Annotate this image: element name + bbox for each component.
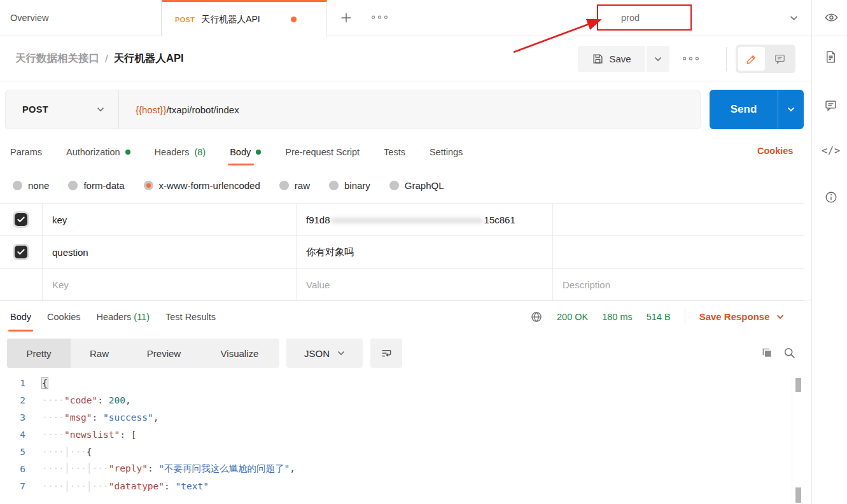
code-snippet-button[interactable]: </> <box>822 145 841 157</box>
tab-overview[interactable]: Overview <box>0 0 162 36</box>
request-header: 天行数据相关接口 / 天行机器人API Save <box>0 36 811 81</box>
view-visualize-button[interactable]: Visualize <box>200 339 279 368</box>
scrollbar-track[interactable] <box>792 374 802 504</box>
edit-mode-button[interactable] <box>738 47 765 71</box>
new-tab-button[interactable] <box>339 11 353 25</box>
code-line: 5····│···{ <box>0 443 792 460</box>
tab-label: Tests <box>384 147 405 157</box>
send-options-button[interactable] <box>778 90 804 129</box>
environment-quick-look-button[interactable] <box>824 10 839 25</box>
scrollbar-thumb[interactable] <box>795 378 801 392</box>
mode-graphql[interactable]: GraphQL <box>389 180 444 191</box>
postman-app: Overview POST 天行机器人API prod 天行数据相关接口 / 天… <box>0 0 847 504</box>
breadcrumb-collection[interactable]: 天行数据相关接口 <box>15 52 99 66</box>
more-dots-icon <box>371 15 388 20</box>
radio-icon <box>389 181 399 190</box>
tab-authorization[interactable]: Authorization <box>66 147 130 157</box>
wrap-lines-icon <box>380 347 393 360</box>
row-checkbox-cell <box>0 204 42 235</box>
right-sidebar: </> <box>811 0 847 504</box>
mode-label: none <box>28 180 49 191</box>
tab-options-button[interactable] <box>371 15 388 20</box>
tab-test-results[interactable]: Test Results <box>165 312 216 322</box>
save-button-label: Save <box>609 53 631 64</box>
tab-pre-request-script[interactable]: Pre-request Script <box>285 147 360 157</box>
tab-label: Authorization <box>66 147 120 157</box>
status-code: 200 OK <box>557 312 588 322</box>
globe-icon[interactable] <box>530 311 543 323</box>
cookies-link[interactable]: Cookies <box>757 146 793 156</box>
method-selector[interactable]: POST <box>6 90 119 129</box>
placeholder-text: Description <box>563 279 610 290</box>
response-time: 180 ms <box>602 312 633 322</box>
request-info-button[interactable] <box>824 190 838 204</box>
view-preview-button[interactable]: Preview <box>128 339 200 368</box>
comments-button[interactable] <box>824 99 837 112</box>
mode-none[interactable]: none <box>13 180 49 191</box>
environment-selector-chevron[interactable] <box>790 15 798 21</box>
language-selector[interactable]: JSON <box>286 339 363 368</box>
code-line: 4····"newslist": [ <box>0 426 792 443</box>
mode-label: form-data <box>83 180 124 191</box>
tab-tests[interactable]: Tests <box>384 147 405 157</box>
mode-label: GraphQL <box>405 180 444 191</box>
save-options-button[interactable] <box>647 46 669 72</box>
key-cell[interactable]: key <box>42 204 296 235</box>
comment-mode-button[interactable] <box>766 47 793 71</box>
checkbox-checked[interactable] <box>15 246 27 258</box>
tab-body[interactable]: Body <box>230 147 261 157</box>
breadcrumb-separator: / <box>105 53 108 65</box>
wrap-lines-button[interactable] <box>370 339 402 368</box>
tab-label: Headers <box>96 312 131 322</box>
documentation-button[interactable] <box>824 50 837 64</box>
key-cell[interactable]: question <box>42 236 296 268</box>
description-cell[interactable] <box>552 204 804 235</box>
mode-raw[interactable]: raw <box>279 180 310 191</box>
url-input[interactable]: {{host}}/txapi/robot/index <box>119 104 239 115</box>
mode-form-data[interactable]: form-data <box>68 180 124 191</box>
view-pretty-button[interactable]: Pretty <box>7 339 71 368</box>
value-cell[interactable]: f91d8xxxxxxxxxxxxxxxxxxxxxxxxxxxxxxxxxx1… <box>296 204 552 235</box>
tab-count: (11) <box>134 312 150 322</box>
send-button[interactable]: Send <box>710 90 778 129</box>
description-cell-placeholder[interactable]: Description <box>552 269 804 300</box>
tab-response-cookies[interactable]: Cookies <box>47 312 80 322</box>
line-number: 6 <box>0 464 42 474</box>
request-more-actions-button[interactable] <box>682 56 699 61</box>
tab-active-request[interactable]: POST 天行机器人API <box>162 0 327 37</box>
copy-response-button[interactable] <box>760 346 774 360</box>
radio-icon <box>279 181 289 190</box>
comment-icon <box>774 53 786 65</box>
unsaved-dot-icon <box>291 17 297 22</box>
chevron-down-icon <box>97 107 104 112</box>
search-response-button[interactable] <box>783 346 796 360</box>
mode-x-www-form-urlencoded[interactable]: x-www-form-urlencoded <box>144 180 260 191</box>
tab-settings[interactable]: Settings <box>430 147 463 157</box>
save-button[interactable]: Save <box>578 46 645 72</box>
row-checkbox-cell <box>0 269 42 300</box>
scrollbar-thumb[interactable] <box>795 487 801 503</box>
code-line: 3····"msg": "success", <box>0 409 792 426</box>
tab-params[interactable]: Params <box>10 147 42 157</box>
breadcrumb-request-name[interactable]: 天行机器人API <box>114 52 184 66</box>
code-line: 7····│···│···"datatype": "text" <box>0 477 792 494</box>
description-cell[interactable] <box>552 236 804 268</box>
tab-response-headers[interactable]: Headers (11) <box>96 312 150 322</box>
tab-response-body[interactable]: Body <box>10 312 31 322</box>
checkbox-checked[interactable] <box>15 213 27 226</box>
value-cell[interactable]: 你有对象吗 <box>296 236 552 268</box>
save-response-button[interactable]: Save Response <box>699 311 784 322</box>
value-cell-placeholder[interactable]: Value <box>296 269 552 300</box>
key-cell-placeholder[interactable]: Key <box>42 269 296 300</box>
environment-selector[interactable]: prod <box>597 4 692 31</box>
view-mode-segment: Pretty Raw Preview Visualize <box>7 339 279 368</box>
meta-divider <box>685 309 685 325</box>
tab-label: Test Results <box>165 312 216 322</box>
code-icon: </> <box>822 145 841 157</box>
value-suffix: 15c861 <box>484 214 515 225</box>
view-raw-button[interactable]: Raw <box>71 339 128 368</box>
tab-headers[interactable]: Headers(8) <box>155 147 206 157</box>
info-icon <box>824 190 838 204</box>
mode-binary[interactable]: binary <box>329 180 370 191</box>
placeholder-text: Key <box>52 279 69 290</box>
